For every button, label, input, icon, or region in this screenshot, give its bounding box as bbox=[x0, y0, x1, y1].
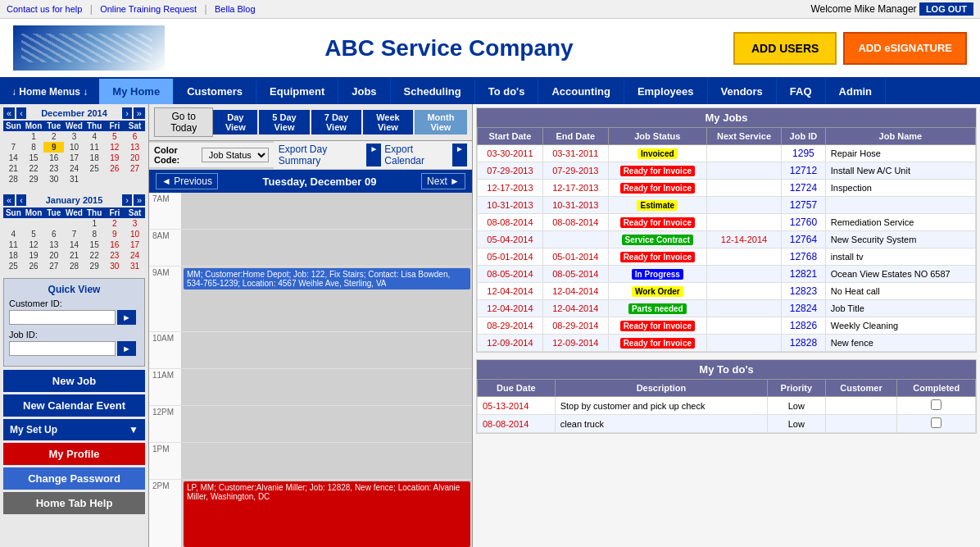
cal-day[interactable]: 26 bbox=[105, 163, 125, 174]
cal-prev-day-button[interactable]: ◄ Previous bbox=[156, 173, 218, 189]
cal-day[interactable]: 18 bbox=[84, 153, 105, 163]
cal-day[interactable]: 23 bbox=[43, 163, 64, 174]
tab-todos[interactable]: To do's bbox=[475, 79, 539, 104]
cal-day[interactable]: 10 bbox=[125, 229, 145, 239]
event-9am[interactable]: MM; Customer:Home Depot; Job: 122, Fix S… bbox=[184, 268, 470, 289]
job-id-link[interactable]: 12757 bbox=[790, 199, 817, 211]
cal-day[interactable]: 1 bbox=[24, 131, 44, 142]
my-profile-button[interactable]: My Profile bbox=[3, 443, 145, 465]
tab-jobs[interactable]: Jobs bbox=[338, 79, 390, 104]
cal-day[interactable]: 15 bbox=[84, 239, 105, 250]
tab-scheduling[interactable]: Scheduling bbox=[391, 79, 475, 104]
cal-day[interactable]: 8 bbox=[24, 142, 44, 153]
new-job-button[interactable]: New Job bbox=[3, 370, 145, 392]
cal-day[interactable]: 20 bbox=[125, 153, 145, 163]
home-menus-button[interactable]: ↓ Home Menus ↓ bbox=[0, 80, 99, 104]
cal-day[interactable]: 3 bbox=[64, 131, 84, 142]
cal-jan-prev-year[interactable]: « bbox=[3, 194, 15, 206]
tab-equipment[interactable]: Equipment bbox=[256, 79, 338, 104]
export-cal-arrow[interactable]: ► bbox=[452, 144, 467, 166]
cal-day[interactable]: 17 bbox=[125, 239, 145, 250]
cal-day[interactable]: 30 bbox=[105, 261, 125, 271]
my-setup-button[interactable]: My Set Up ▼ bbox=[3, 419, 145, 440]
cal-day[interactable] bbox=[43, 218, 64, 229]
logout-button[interactable]: LOG OUT bbox=[919, 2, 973, 16]
export-cal-link[interactable]: Export Calendar bbox=[384, 144, 449, 166]
cal-day[interactable]: 31 bbox=[64, 174, 84, 185]
cal-day[interactable]: 12 bbox=[105, 142, 125, 153]
tab-employees[interactable]: Employees bbox=[624, 79, 708, 104]
change-password-button[interactable]: Change Password bbox=[3, 467, 145, 490]
cal-day[interactable]: 29 bbox=[24, 174, 44, 185]
blog-link[interactable]: Bella Blog bbox=[215, 4, 256, 14]
cal-day[interactable]: 12 bbox=[24, 239, 44, 250]
job-id-link[interactable]: 12724 bbox=[790, 182, 817, 194]
cal-jan-next-month[interactable]: › bbox=[122, 194, 132, 206]
job-id-link[interactable]: 12826 bbox=[790, 320, 817, 331]
home-tab-help-button[interactable]: Home Tab Help bbox=[3, 492, 145, 514]
cal-day[interactable]: 31 bbox=[125, 261, 145, 271]
cal-day[interactable]: 21 bbox=[3, 163, 24, 174]
cal-day[interactable]: 30 bbox=[43, 174, 64, 185]
add-users-button[interactable]: ADD USERS bbox=[733, 32, 837, 65]
cal-next-year-btn[interactable]: » bbox=[134, 107, 145, 119]
cal-day[interactable]: 20 bbox=[43, 250, 64, 261]
job-id[interactable]: 12760 bbox=[782, 214, 826, 231]
cal-day[interactable]: 1 bbox=[84, 218, 105, 229]
cal-day[interactable]: 28 bbox=[3, 174, 24, 185]
cal-day[interactable] bbox=[24, 218, 44, 229]
cal-day[interactable]: 10 bbox=[64, 142, 84, 153]
job-id-link[interactable]: 12823 bbox=[790, 285, 817, 297]
cal-day[interactable]: 22 bbox=[24, 163, 44, 174]
export-day-link[interactable]: Export Day Summary bbox=[279, 144, 364, 166]
cal-day[interactable]: 13 bbox=[125, 142, 145, 153]
cal-day[interactable] bbox=[105, 174, 125, 185]
cal-day[interactable]: 11 bbox=[3, 239, 24, 250]
cal-jan-prev-month[interactable]: ‹ bbox=[16, 194, 26, 206]
job-id[interactable]: 1295 bbox=[782, 145, 826, 162]
cal-day[interactable]: 25 bbox=[84, 163, 105, 174]
job-id[interactable]: 12823 bbox=[782, 283, 826, 300]
cal-day[interactable]: 4 bbox=[3, 229, 24, 239]
job-id-link[interactable]: 12828 bbox=[790, 337, 817, 349]
cal-day[interactable]: 9 bbox=[105, 229, 125, 239]
cal-day[interactable] bbox=[3, 131, 24, 142]
cal-day[interactable] bbox=[84, 174, 105, 185]
cal-day[interactable]: 27 bbox=[43, 261, 64, 271]
todo-completed-checkbox[interactable] bbox=[931, 399, 941, 410]
cal-next-day-button[interactable]: Next ► bbox=[421, 173, 465, 189]
job-id[interactable]: 12768 bbox=[782, 248, 826, 266]
cal-day[interactable]: 16 bbox=[105, 239, 125, 250]
job-id-go-btn[interactable]: ► bbox=[117, 341, 136, 356]
add-esignature-button[interactable]: ADD eSIGNATURE bbox=[843, 32, 967, 65]
cal-day[interactable]: 26 bbox=[24, 261, 44, 271]
seven-day-view-btn[interactable]: 7 Day View bbox=[311, 110, 361, 134]
cal-day[interactable]: 21 bbox=[64, 250, 84, 261]
cal-day[interactable]: 24 bbox=[64, 163, 84, 174]
tab-admin[interactable]: Admin bbox=[826, 79, 886, 104]
job-id[interactable]: 12764 bbox=[782, 231, 826, 248]
cal-day[interactable]: 5 bbox=[105, 131, 125, 142]
cal-day[interactable]: 11 bbox=[84, 142, 105, 153]
cal-day[interactable]: 28 bbox=[64, 261, 84, 271]
job-id-link[interactable]: 12712 bbox=[790, 165, 817, 176]
cal-day[interactable]: 29 bbox=[84, 261, 105, 271]
cal-day[interactable] bbox=[3, 218, 24, 229]
job-id[interactable]: 12757 bbox=[782, 197, 826, 214]
cal-jan-next-year[interactable]: » bbox=[134, 194, 145, 206]
cal-day[interactable]: 6 bbox=[125, 131, 145, 142]
cal-day[interactable]: 2 bbox=[105, 218, 125, 229]
cal-day[interactable]: 14 bbox=[3, 153, 24, 163]
cal-day[interactable]: 22 bbox=[84, 250, 105, 261]
cal-day[interactable] bbox=[64, 218, 84, 229]
cal-day[interactable]: 18 bbox=[3, 250, 24, 261]
job-id-link[interactable]: 12760 bbox=[790, 217, 817, 228]
training-link[interactable]: Online Training Request bbox=[100, 4, 197, 14]
job-id[interactable]: 12724 bbox=[782, 180, 826, 197]
cal-day[interactable]: 23 bbox=[105, 250, 125, 261]
cal-day[interactable]: 15 bbox=[24, 153, 44, 163]
contact-link[interactable]: Contact us for help bbox=[7, 4, 82, 14]
todo-completed-checkbox[interactable] bbox=[931, 417, 941, 428]
job-id[interactable]: 12712 bbox=[782, 162, 826, 180]
five-day-view-btn[interactable]: 5 Day View bbox=[259, 110, 309, 134]
